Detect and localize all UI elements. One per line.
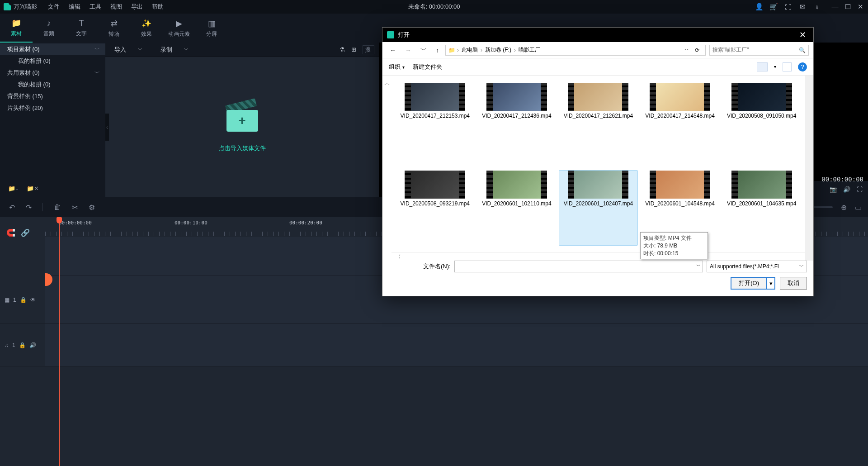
folder-icon: 📁 — [448, 47, 455, 53]
file-item[interactable]: VID_20200601_102110.mp4 — [478, 171, 556, 246]
sidebar-item-5[interactable]: 片头样例 (20) — [0, 102, 105, 114]
import-dropzone[interactable]: 点击导入媒体文件 — [219, 102, 266, 152]
ruler-mark: 00:00:10:00 — [175, 220, 208, 226]
redo-icon[interactable]: ↷ — [26, 203, 32, 212]
view-mode-dropdown[interactable]: ▾ — [774, 64, 776, 69]
lock-icon[interactable]: 🔒 — [19, 342, 26, 348]
nav-history-button[interactable]: ﹀ — [418, 45, 429, 55]
nav-back-button[interactable]: ← — [387, 46, 399, 55]
menu-1[interactable]: 编辑 — [64, 3, 85, 11]
menu-3[interactable]: 视图 — [106, 3, 127, 11]
document-title: 未命名: 00:00:00:00 — [408, 3, 460, 11]
file-item[interactable]: VID_20200417_212153.mp4 — [396, 83, 474, 158]
magnet-icon[interactable]: 🧲 — [6, 228, 15, 237]
file-item[interactable]: VID_20200417_212621.mp4 — [559, 83, 637, 158]
filename-input[interactable]: ﹀ — [454, 261, 703, 272]
link-icon[interactable]: 🔗 — [21, 228, 30, 237]
notification-icon[interactable]: ♀ — [813, 3, 821, 11]
dropzone-label: 点击导入媒体文件 — [219, 144, 266, 152]
gift-icon[interactable]: ⛶ — [784, 3, 792, 11]
mail-icon[interactable]: ✉ — [798, 3, 807, 11]
tab-2[interactable]: T文字 — [65, 14, 98, 43]
sidebar-item-3[interactable]: 我的相册 (0) — [0, 79, 105, 90]
media-panel: 导入﹀ 录制﹀ ⚗ ⊞ 搜 ‹ 点击导入媒体文件 — [105, 43, 379, 197]
file-name-label: VID_20200417_212153.mp4 — [401, 113, 470, 119]
file-name-label: VID_20200601_102110.mp4 — [482, 200, 551, 207]
record-dropdown[interactable]: 录制﹀ — [151, 46, 198, 54]
organize-dropdown[interactable]: 组织 ▾ — [389, 63, 405, 71]
file-item[interactable]: VID_20200601_104635.mp4 — [722, 171, 801, 246]
audio-track[interactable] — [45, 324, 868, 366]
clapperboard-icon — [222, 102, 263, 138]
nav-forward-button[interactable]: → — [402, 46, 414, 55]
lock-icon[interactable]: 🔒 — [20, 297, 27, 303]
new-folder-icon[interactable]: 📁₊ — [8, 185, 19, 192]
snapshot-icon[interactable]: 📷 — [830, 186, 837, 193]
undo-icon[interactable]: ↶ — [9, 203, 15, 212]
tab-3[interactable]: ⇄转场 — [98, 14, 130, 43]
user-icon[interactable]: 👤 — [755, 3, 763, 11]
panel-collapse-handle[interactable]: ‹ — [105, 114, 109, 141]
mute-icon[interactable]: 🔊 — [29, 342, 36, 348]
tab-4[interactable]: ✨效果 — [130, 14, 163, 43]
minimize-button[interactable]: — — [831, 3, 839, 11]
address-bar[interactable]: 📁 › 此电脑› 新加卷 (F:)› 喵影工厂 ﹀ ⟳ — [445, 45, 706, 56]
zoom-in-icon[interactable]: ⊕ — [841, 203, 847, 212]
menu-0[interactable]: 文件 — [43, 3, 64, 11]
close-button[interactable]: ✕ — [856, 3, 864, 11]
menu-5[interactable]: 帮助 — [147, 3, 168, 11]
sidebar-item-0[interactable]: 项目素材 (0)﹀ — [0, 43, 105, 55]
menu-4[interactable]: 导出 — [127, 3, 147, 11]
open-button[interactable]: 打开(O) — [731, 277, 767, 290]
grid-view-icon[interactable]: ⊞ — [351, 46, 356, 53]
visibility-icon[interactable]: 👁 — [30, 297, 36, 303]
fullscreen-icon[interactable]: ⛶ — [857, 186, 863, 193]
refresh-button[interactable]: ⟳ — [691, 45, 703, 56]
file-item[interactable]: VID_20200417_212436.mp4 — [478, 83, 556, 158]
file-item[interactable]: VID_20200601_102407.mp4 — [559, 171, 637, 246]
media-sidebar: 项目素材 (0)﹀我的相册 (0)共用素材 (0)﹀我的相册 (0)背景样例 (… — [0, 43, 105, 197]
menu-2[interactable]: 工具 — [85, 3, 106, 11]
tab-5[interactable]: ▶动画元素 — [163, 14, 195, 43]
audio-track-icon: ♫ — [5, 342, 9, 348]
file-item[interactable]: VID_20200417_214548.mp4 — [641, 83, 719, 158]
dialog-close-button[interactable]: ✕ — [797, 30, 809, 40]
fit-icon[interactable]: ▭ — [855, 203, 862, 212]
file-item[interactable]: VID_20200508_093219.mp4 — [396, 171, 474, 246]
volume-icon[interactable]: 🔊 — [843, 186, 850, 193]
search-input[interactable]: 搜 — [363, 45, 374, 54]
menu-bar: 万兴喵影 文件编辑工具视图导出帮助 未命名: 00:00:00:00 👤 🛒 ⛶… — [0, 0, 868, 14]
preview-pane-button[interactable] — [783, 62, 792, 71]
cart-icon[interactable]: 🛒 — [769, 3, 778, 11]
scroll-up-button[interactable]: ︿ — [382, 76, 392, 261]
tab-6[interactable]: ▥分屏 — [195, 14, 228, 43]
sidebar-item-1[interactable]: 我的相册 (0) — [0, 55, 105, 67]
adjust-icon[interactable]: ⚙ — [89, 203, 95, 212]
sidebar-item-2[interactable]: 共用素材 (0)﹀ — [0, 67, 105, 79]
tab-1[interactable]: ♪音频 — [33, 14, 65, 43]
import-dropdown[interactable]: 导入﹀ — [105, 46, 151, 54]
search-icon: 🔍 — [799, 47, 806, 53]
vertical-scrollbar[interactable] — [805, 76, 813, 261]
nav-up-button[interactable]: ↑ — [433, 46, 442, 55]
new-folder-button[interactable]: 新建文件夹 — [413, 63, 442, 71]
cancel-button[interactable]: 取消 — [780, 277, 807, 290]
delete-icon[interactable]: 🗑 — [54, 203, 61, 211]
help-button[interactable]: ? — [798, 62, 807, 71]
view-mode-button[interactable] — [757, 62, 768, 71]
playhead[interactable] — [59, 217, 60, 466]
scroll-left-button[interactable]: 〈 — [392, 252, 805, 261]
sidebar-item-4[interactable]: 背景样例 (15) — [0, 90, 105, 102]
search-input[interactable]: 搜索"喵影工厂" 🔍 — [709, 45, 809, 56]
cut-icon[interactable]: ✂ — [72, 203, 78, 212]
app-logo: 万兴喵影 — [4, 3, 37, 11]
filter-icon[interactable]: ⚗ — [340, 46, 345, 53]
file-item[interactable]: VID_20200508_091050.mp4 — [722, 83, 801, 158]
maximize-button[interactable]: ☐ — [844, 3, 852, 11]
tab-0[interactable]: 📁素材 — [0, 14, 33, 43]
file-name-label: VID_20200601_102407.mp4 — [564, 200, 633, 207]
open-dropdown-button[interactable]: ▾ — [767, 277, 775, 290]
delete-folder-icon[interactable]: 📁✕ — [27, 185, 39, 192]
file-name-label: VID_20200601_104635.mp4 — [727, 200, 796, 207]
filetype-dropdown[interactable]: All supported files(*.MP4;*.Fl﹀ — [707, 261, 807, 272]
